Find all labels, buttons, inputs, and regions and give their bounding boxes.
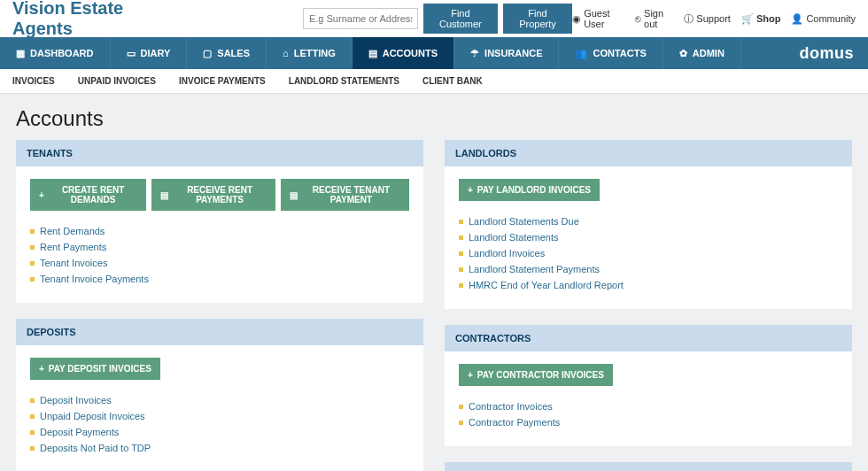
deposits-not-paid-link[interactable]: Deposits Not Paid to TDP: [40, 443, 151, 453]
cart-icon: 🛒: [741, 13, 754, 25]
contractor-invoices-link[interactable]: Contractor Invoices: [469, 401, 553, 412]
bullet-icon: [30, 245, 35, 250]
contractors-panel: CONTRACTORS +PAY CONTRACTOR INVOICES Con…: [445, 325, 852, 446]
home-icon: ⌂: [283, 48, 289, 58]
landlords-panel: LANDLORDS +PAY LANDLORD INVOICES Landlor…: [445, 140, 852, 309]
contractors-panel-head: CONTRACTORS: [445, 325, 852, 351]
list-item: Landlord Statements Due: [459, 213, 838, 229]
calculator-icon: ▤: [368, 48, 377, 59]
shop-link[interactable]: 🛒Shop: [741, 13, 781, 25]
sub-nav: INVOICES UNPAID INVOICES INVOICE PAYMENT…: [0, 69, 868, 94]
landlord-invoices-link[interactable]: Landlord Invoices: [469, 248, 545, 259]
umbrella-icon: ☂: [470, 48, 479, 59]
tenants-panel-head: TENANTS: [16, 140, 423, 166]
bullet-icon: [459, 220, 463, 224]
rent-payments-link[interactable]: Rent Payments: [40, 242, 106, 252]
nav-accounts[interactable]: ▤ACCOUNTS: [353, 37, 454, 69]
deposits-panel: DEPOSITS +PAY DEPOSIT INVOICES Deposit I…: [16, 319, 423, 471]
list-item: Deposits Not Paid to TDP: [30, 440, 409, 456]
list-item: Tenant Invoice Payments: [30, 271, 409, 287]
brand-title: Vision Estate Agents: [12, 0, 179, 39]
deposit-payments-link[interactable]: Deposit Payments: [40, 427, 119, 437]
list-item: Landlord Statement Payments: [459, 261, 838, 277]
landlords-panel-head: LANDLORDS: [445, 140, 852, 166]
deposits-panel-head: DEPOSITS: [16, 319, 423, 345]
nav-insurance[interactable]: ☂INSURANCE: [454, 37, 559, 69]
page-title: Accounts: [0, 94, 868, 140]
pay-contractor-invoices-button[interactable]: +PAY CONTRACTOR INVOICES: [459, 364, 613, 386]
signout-icon: ⎋: [635, 13, 641, 24]
subnav-invoices[interactable]: INVOICES: [12, 76, 55, 86]
grid-icon: ▦: [16, 48, 25, 59]
bullet-icon: [30, 398, 35, 403]
pay-deposit-invoices-button[interactable]: +PAY DEPOSIT INVOICES: [30, 358, 160, 380]
subnav-landlord[interactable]: LANDLORD STATEMENTS: [289, 76, 399, 86]
list-item: Rent Demands: [30, 223, 409, 239]
landlord-statements-due-link[interactable]: Landlord Statements Due: [469, 216, 579, 227]
nav-contacts[interactable]: 👥CONTACTS: [559, 37, 663, 69]
find-property-button[interactable]: Find Property: [503, 4, 572, 34]
subnav-payments[interactable]: INVOICE PAYMENTS: [179, 76, 266, 86]
bullet-icon: [459, 267, 463, 272]
plus-icon: +: [39, 364, 44, 374]
support-link[interactable]: ⓘSupport: [684, 12, 731, 26]
bullet-icon: [30, 229, 35, 234]
nav-diary[interactable]: ▭DIARY: [111, 37, 188, 69]
bullet-icon: [30, 261, 35, 266]
list-item: Contractor Payments: [459, 414, 838, 430]
tenant-invoice-payments-link[interactable]: Tenant Invoice Payments: [40, 274, 149, 284]
bank-panel-head: BANK ACCOUNT: [445, 462, 852, 471]
receive-tenant-payment-button[interactable]: ▤RECEIVE TENANT PAYMENT: [281, 179, 409, 211]
bullet-icon: [459, 405, 463, 409]
hmrc-report-link[interactable]: HMRC End of Year Landlord Report: [469, 280, 624, 290]
gear-icon: ✿: [679, 48, 687, 59]
bullet-icon: [30, 430, 35, 435]
bullet-icon: [459, 236, 463, 240]
bullet-icon: [30, 277, 35, 282]
plus-icon: +: [39, 190, 44, 200]
find-customer-button[interactable]: Find Customer: [423, 4, 498, 34]
calendar-icon: ▭: [127, 48, 136, 59]
subnav-unpaid[interactable]: UNPAID INVOICES: [78, 76, 156, 86]
tenant-invoices-link[interactable]: Tenant Invoices: [40, 258, 107, 268]
list-icon: ▤: [290, 190, 298, 200]
community-link[interactable]: 👤Community: [791, 13, 856, 25]
nav-sales[interactable]: ▢SALES: [187, 37, 267, 69]
list-item: Deposit Invoices: [30, 392, 409, 408]
search-input[interactable]: [303, 8, 418, 29]
domus-logo: domus: [799, 44, 868, 63]
tag-icon: ▢: [203, 48, 212, 59]
deposit-invoices-link[interactable]: Deposit Invoices: [40, 395, 112, 405]
bullet-icon: [459, 251, 463, 256]
pay-landlord-invoices-button[interactable]: +PAY LANDLORD INVOICES: [459, 179, 600, 201]
info-icon: ⓘ: [684, 12, 694, 26]
receive-rent-payments-button[interactable]: ▤RECEIVE RENT PAYMENTS: [151, 179, 275, 211]
create-rent-demands-button[interactable]: +CREATE RENT DEMANDS: [30, 179, 146, 211]
top-bar: Vision Estate Agents Find Customer Find …: [0, 0, 868, 37]
list-item: Landlord Invoices: [459, 245, 838, 261]
list-item: Contractor Invoices: [459, 398, 838, 414]
landlord-statement-payments-link[interactable]: Landlord Statement Payments: [469, 264, 600, 274]
list-item: Rent Payments: [30, 239, 409, 255]
list-item: Unpaid Deposit Invoices: [30, 408, 409, 424]
list-icon: ▤: [160, 190, 168, 200]
nav-admin[interactable]: ✿ADMIN: [663, 37, 741, 69]
people-icon: 👥: [575, 48, 587, 59]
sign-out-link[interactable]: ⎋Sign out: [635, 8, 673, 29]
plus-icon: +: [468, 370, 473, 380]
list-item: HMRC End of Year Landlord Report: [459, 277, 838, 293]
subnav-clientbank[interactable]: CLIENT BANK: [422, 76, 483, 86]
unpaid-deposit-invoices-link[interactable]: Unpaid Deposit Invoices: [40, 411, 145, 421]
bullet-icon: [459, 421, 463, 425]
rent-demands-link[interactable]: Rent Demands: [40, 226, 105, 236]
bullet-icon: [30, 414, 35, 419]
nav-dashboard[interactable]: ▦DASHBOARD: [0, 37, 111, 69]
nav-letting[interactable]: ⌂LETTING: [267, 37, 353, 69]
list-item: Deposit Payments: [30, 424, 409, 440]
contractor-payments-link[interactable]: Contractor Payments: [469, 417, 560, 428]
bank-panel: BANK ACCOUNT Client Bank Account: [445, 462, 852, 471]
list-item: Landlord Statements: [459, 229, 838, 245]
guest-user-link[interactable]: ◉Guest User: [572, 8, 624, 29]
bullet-icon: [30, 446, 35, 451]
landlord-statements-link[interactable]: Landlord Statements: [469, 232, 559, 243]
